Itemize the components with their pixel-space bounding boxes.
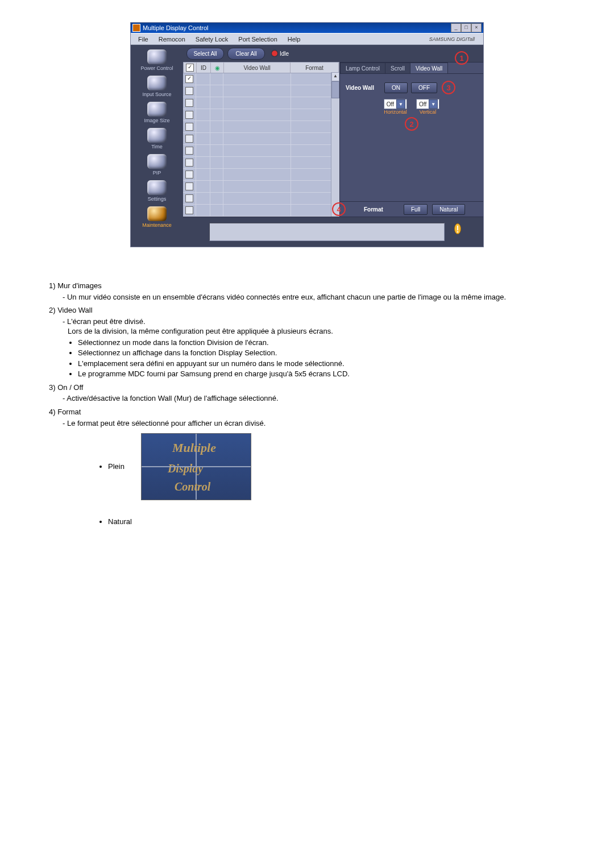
horizontal-label: Horizontal	[384, 109, 407, 115]
tab-lamp-control[interactable]: Lamp Control	[340, 63, 385, 73]
menu-port-selection[interactable]: Port Selection	[233, 36, 282, 43]
row-checkbox[interactable]	[185, 171, 193, 178]
vertical-select[interactable]: Off▼	[416, 99, 439, 109]
source-icon	[147, 76, 167, 90]
clear-all-button[interactable]: Clear All	[227, 48, 265, 60]
maximize-button[interactable]: □	[461, 23, 471, 32]
app-window: Multiple Display Control _ □ × File Remo…	[131, 23, 483, 247]
list-item: Le programme MDC fourni par Samsung pren…	[78, 369, 561, 379]
header-checkbox[interactable]	[186, 64, 194, 72]
marker-1: 1	[455, 51, 468, 65]
col-videowall: Video Wall	[224, 63, 291, 73]
minimize-button[interactable]: _	[451, 23, 461, 32]
col-format: Format	[291, 63, 339, 73]
status-message	[209, 223, 445, 241]
table-row[interactable]	[183, 121, 339, 133]
sidebar-item-power-control[interactable]: Power Control	[134, 48, 180, 73]
bullet-natural: Natural	[108, 517, 132, 527]
menubar: File Remocon Safety Lock Port Selection …	[131, 33, 483, 45]
chevron-down-icon: ▼	[429, 99, 438, 109]
toolbar: Select All Clear All Idle	[183, 45, 483, 62]
menu-safety-lock[interactable]: Safety Lock	[190, 36, 233, 43]
table-row[interactable]	[183, 85, 339, 97]
sidebar-item-input-source[interactable]: Input Source	[134, 74, 180, 99]
row-checkbox[interactable]	[185, 123, 193, 131]
row-checkbox[interactable]	[185, 206, 193, 214]
row-checkbox[interactable]	[185, 194, 193, 202]
row-checkbox[interactable]	[185, 87, 193, 95]
close-button[interactable]: ×	[471, 23, 482, 32]
format-preview-full: Multiple Display Control	[142, 434, 251, 500]
vertical-label: Vertical	[416, 109, 439, 115]
table-row[interactable]	[183, 145, 339, 157]
row-checkbox[interactable]	[185, 75, 193, 83]
table-row[interactable]	[183, 157, 339, 169]
col-status-icon: ◉	[211, 63, 224, 73]
table-row[interactable]	[183, 109, 339, 121]
svg-rect-1	[457, 226, 458, 230]
menu-remocon[interactable]: Remocon	[154, 36, 190, 43]
heading-videowall: Video Wall	[57, 306, 92, 314]
sidebar: Power Control Input Source Image Size Ti…	[131, 45, 183, 247]
table-row[interactable]	[183, 193, 339, 205]
heading-onoff: On / Off	[57, 383, 83, 392]
marker-2: 2	[405, 117, 418, 131]
row-checkbox[interactable]	[185, 159, 193, 167]
pip-icon	[147, 154, 167, 169]
row-checkbox[interactable]	[185, 135, 193, 143]
marker-4: 4	[332, 202, 346, 216]
row-checkbox[interactable]	[185, 147, 193, 155]
titlebar: Multiple Display Control _ □ ×	[131, 23, 483, 33]
scroll-thumb[interactable]	[331, 81, 339, 98]
grid-scrollbar[interactable]: ▲	[331, 72, 339, 217]
horizontal-select[interactable]: Off▼	[384, 99, 407, 109]
marker-3: 3	[442, 81, 455, 94]
time-icon	[147, 128, 167, 143]
warning-icon	[451, 223, 464, 240]
heading-mur: Mur d'images	[57, 281, 102, 290]
status-idle: Idle	[272, 51, 289, 57]
text: - Un mur vidéo consiste en un ensemble d…	[63, 292, 561, 302]
format-label: Format	[364, 206, 399, 213]
row-checkbox[interactable]	[185, 182, 193, 190]
maintenance-icon	[147, 206, 167, 221]
tab-scroll[interactable]: Scroll	[385, 63, 410, 73]
table-row[interactable]	[183, 133, 339, 145]
format-full-button[interactable]: Full	[404, 204, 428, 215]
select-all-button[interactable]: Select All	[186, 48, 224, 60]
svg-point-2	[457, 231, 458, 232]
table-row[interactable]	[183, 181, 339, 193]
row-checkbox[interactable]	[185, 111, 193, 119]
list-item: Sélectionnez un mode dans la fonction Di…	[78, 338, 561, 348]
brand-label: SAMSUNG DIGITall	[424, 36, 480, 42]
device-grid: ID ◉ Video Wall Format ▲	[183, 62, 339, 217]
table-row[interactable]	[183, 205, 339, 217]
document-body: 1) Mur d'images - Un mur vidéo consiste …	[49, 281, 561, 527]
sidebar-item-maintenance[interactable]: Maintenance	[134, 205, 180, 230]
chevron-down-icon: ▼	[396, 99, 405, 109]
app-title: Multiple Display Control	[143, 24, 209, 31]
menu-help[interactable]: Help	[283, 36, 306, 43]
list-item: L'emplacement sera défini en appuyant su…	[78, 359, 561, 369]
heading-format: Format	[57, 408, 81, 416]
image-size-icon	[147, 102, 167, 117]
table-row[interactable]	[183, 97, 339, 109]
sidebar-item-pip[interactable]: PIP	[134, 153, 180, 178]
menu-file[interactable]: File	[133, 36, 154, 43]
status-dot-icon	[272, 51, 277, 56]
videowall-off-button[interactable]: OFF	[411, 82, 437, 93]
tab-video-wall[interactable]: Video Wall	[410, 63, 448, 73]
power-icon	[147, 49, 167, 64]
app-icon	[132, 24, 140, 32]
sidebar-item-time[interactable]: Time	[134, 127, 180, 152]
videowall-on-button[interactable]: ON	[384, 82, 408, 93]
videowall-label: Video Wall	[346, 85, 381, 91]
sidebar-item-settings[interactable]: Settings	[134, 179, 180, 204]
table-row[interactable]	[183, 73, 339, 85]
table-row[interactable]	[183, 169, 339, 181]
row-checkbox[interactable]	[185, 99, 193, 107]
sidebar-item-image-size[interactable]: Image Size	[134, 101, 180, 126]
settings-icon	[147, 180, 167, 195]
format-natural-button[interactable]: Natural	[432, 204, 465, 215]
scroll-up-icon[interactable]: ▲	[331, 72, 339, 81]
